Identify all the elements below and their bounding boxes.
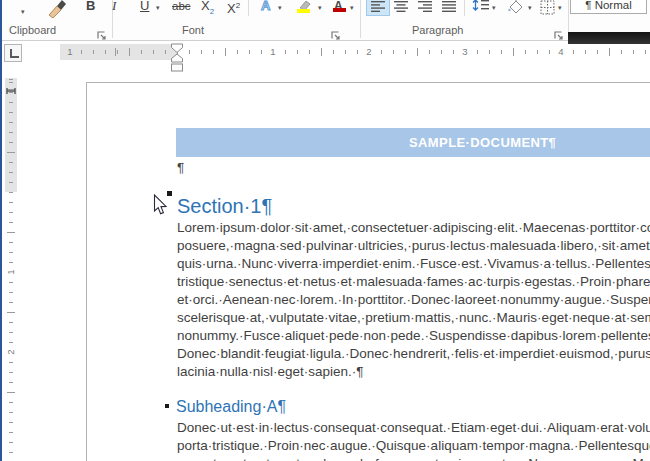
body-line[interactable]: porta·tristique.·Proin·nec·augue.·Quisqu… [177, 437, 650, 455]
tab-selector[interactable] [4, 44, 22, 62]
banner-title: SAMPLE·DOCUMENT¶ [409, 135, 556, 150]
ruler-number: 1 [6, 266, 16, 278]
align-left-button[interactable] [366, 0, 390, 16]
shading-button[interactable] [506, 0, 524, 17]
format-painter-icon[interactable] [46, 0, 68, 22]
body-line[interactable]: Donec·ut·est·in·lectus·consequat·consequ… [177, 419, 650, 437]
first-line-indent-marker [172, 44, 183, 53]
shading-dropdown[interactable]: ▾ [528, 4, 532, 12]
ribbon-bottom-border [0, 40, 650, 41]
horizontal-ruler[interactable]: 1 1 2 3 4 [60, 44, 650, 60]
font-color-bar [333, 8, 346, 12]
font-dialog-launcher[interactable] [330, 27, 341, 38]
paragraph-dialog-launcher[interactable] [553, 27, 564, 38]
body-line[interactable]: scelerisque·at,·vulputate·vitae,·pretium… [177, 309, 650, 327]
heading-section-1[interactable]: Section·1¶ [177, 194, 272, 218]
body-line[interactable]: senectus·et·netus·et·malesuada·fames·ac·… [177, 455, 650, 461]
clipboard-group-label: Clipboard [9, 24, 56, 36]
superscript-small-2: 2 [236, 1, 240, 10]
subscript-button[interactable]: X2 [201, 0, 214, 17]
body-line[interactable]: et·orci.·Aenean·nec·lorem.·In·porttitor.… [177, 291, 650, 309]
align-right-button[interactable] [418, 0, 434, 17]
heading-subheading-a[interactable]: Subheading·A¶ [176, 397, 286, 417]
top-margin-marker[interactable] [6, 80, 16, 98]
ruler-number: 1 [65, 47, 74, 57]
word-window: ▾ Clipboard B I U ▾ abc X2 X2 A ▾ ▾ A [0, 0, 650, 461]
ruler-number: 1 [268, 47, 277, 57]
ribbon: ▾ Clipboard B I U ▾ abc X2 X2 A ▾ ▾ A [0, 0, 650, 41]
ruler-number: 2 [6, 346, 16, 358]
borders-button[interactable] [540, 0, 555, 19]
vertical-ruler[interactable]: 1 2 [5, 78, 17, 461]
body-line[interactable]: posuere,·magna·sed·pulvinar·ultricies,·p… [177, 237, 650, 255]
paragraph-group-label: Paragraph [412, 24, 463, 36]
bold-button[interactable]: B [86, 0, 95, 17]
indent-markers[interactable] [170, 43, 184, 77]
highlight-color-button[interactable] [296, 0, 314, 16]
strikethrough-button[interactable]: abc [172, 0, 191, 17]
body-line[interactable]: Donec·blandit·feugiat·ligula.·Donec·hend… [177, 345, 650, 363]
line-spacing-button[interactable] [472, 0, 490, 17]
body-line[interactable]: tristique·senectus·et·netus·et·malesuada… [177, 273, 650, 291]
text-effects-dropdown[interactable]: ▾ [278, 4, 282, 12]
group-divider [360, 0, 361, 38]
font-group-label: Font [182, 24, 204, 36]
window-left-border [0, 0, 2, 461]
body-line[interactable]: Lorem·ipsum·dolor·sit·amet,·consectetuer… [177, 219, 650, 237]
highlight-color-bar [297, 9, 310, 13]
body-line[interactable]: quis·urna.·Nunc·viverra·imperdiet·enim.·… [177, 255, 650, 273]
left-tab-icon [10, 49, 19, 58]
style-normal[interactable]: ¶ Normal [570, 0, 647, 14]
small-divider [248, 0, 249, 16]
small-divider [464, 0, 465, 16]
text-effects-button[interactable]: A [261, 0, 270, 17]
italic-button[interactable]: I [112, 0, 116, 17]
subscript-small-2: 2 [210, 7, 214, 16]
superscript-button[interactable]: X2 [227, 0, 240, 17]
body-line[interactable]: lacinia·nulla·nisl·eget·sapien.·¶ [177, 363, 364, 381]
screenshot-artifact-band [568, 32, 650, 44]
justify-button[interactable] [442, 0, 458, 17]
underline-dropdown[interactable]: ▾ [156, 4, 160, 12]
paste-dropdown-arrow[interactable]: ▾ [21, 8, 25, 16]
ruler-number: 4 [556, 47, 565, 57]
ruler-number: 2 [364, 47, 373, 57]
keep-with-next-marker [165, 404, 169, 408]
line-spacing-dropdown[interactable]: ▾ [492, 4, 496, 12]
left-indent-marker [172, 64, 183, 71]
title-banner[interactable]: SAMPLE·DOCUMENT¶ [176, 128, 650, 157]
clipboard-dialog-launcher[interactable] [96, 27, 107, 38]
hanging-indent-marker [172, 54, 183, 62]
font-color-button[interactable]: A [334, 0, 343, 17]
body-line[interactable]: nonummy.·Fusce·aliquet·pede·non·pede.·Su… [177, 327, 650, 345]
empty-paragraph-mark[interactable]: ¶ [177, 159, 184, 177]
underline-button[interactable]: U [140, 0, 149, 17]
align-center-button[interactable] [394, 0, 410, 17]
ruler-number: 3 [460, 47, 469, 57]
font-color-dropdown[interactable]: ▾ [350, 4, 354, 12]
mouse-cursor [153, 194, 170, 222]
highlight-dropdown[interactable]: ▾ [318, 4, 322, 12]
borders-dropdown[interactable]: ▾ [558, 4, 562, 12]
